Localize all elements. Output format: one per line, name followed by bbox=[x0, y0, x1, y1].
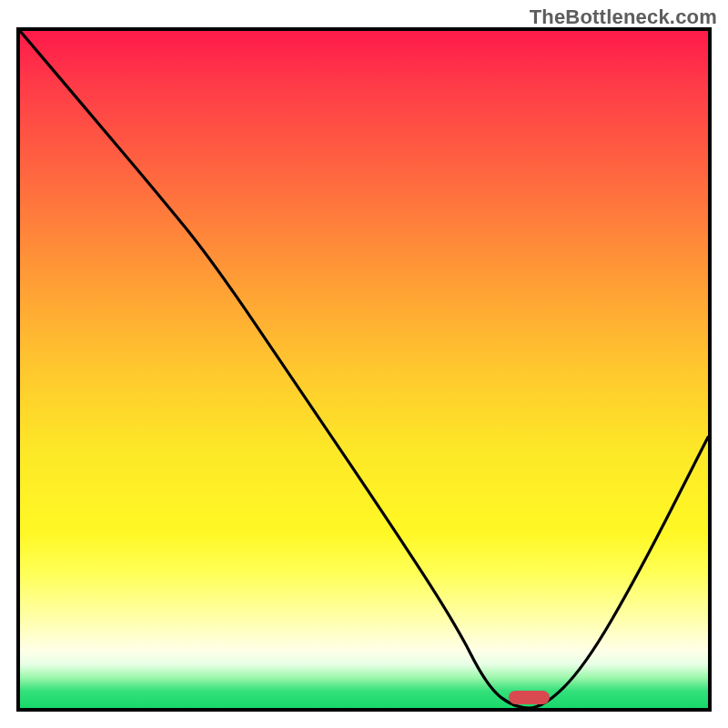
bottleneck-curve bbox=[20, 31, 708, 708]
optimal-zone-marker bbox=[509, 691, 550, 704]
watermark-text: TheBottleneck.com bbox=[530, 5, 717, 29]
chart-container: TheBottleneck.com bbox=[0, 0, 728, 728]
plot-area bbox=[16, 27, 712, 712]
